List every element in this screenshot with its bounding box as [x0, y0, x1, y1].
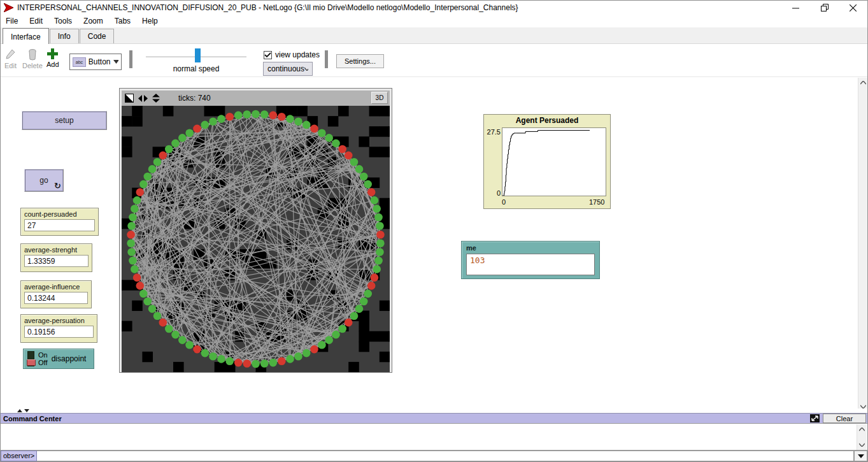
observer-prompt: observer>: [1, 451, 37, 461]
add-widget-button[interactable]: Add: [46, 48, 59, 68]
monitor-average-influence: average-influence 0.13244: [20, 280, 92, 308]
expand-command-center-icon[interactable]: [810, 414, 820, 422]
toolbar-separator: [325, 50, 328, 68]
view-updates-checkbox[interactable]: [264, 51, 272, 59]
chevron-down-icon: [304, 68, 308, 71]
world-view-widget: ticks: 740 3D: [119, 88, 392, 373]
switch-knob[interactable]: [27, 359, 36, 366]
vertical-arrows-icon[interactable]: [152, 94, 160, 103]
trash-icon: [28, 49, 37, 61]
menu-tools[interactable]: Tools: [54, 17, 72, 25]
monitor-value: 0.13244: [24, 292, 88, 304]
interface-vertical-scrollbar[interactable]: [858, 78, 868, 412]
go-label: go: [39, 176, 48, 185]
title-bar: INTERPERSONAL_CHANNELS_INNOVATION_DIFFUS…: [1, 1, 867, 15]
view-header: ticks: 740 3D: [122, 90, 390, 106]
settings-label: Settings...: [345, 57, 376, 65]
edit-widget-button[interactable]: Edit: [4, 49, 17, 69]
switch-on-label: On: [38, 351, 48, 359]
command-center-output[interactable]: [1, 423, 867, 451]
menu-tabs[interactable]: Tabs: [115, 17, 131, 25]
view-updates-label: view updates: [275, 50, 320, 59]
switch-off-label: Off: [38, 359, 48, 366]
setup-label: setup: [55, 116, 73, 125]
go-button[interactable]: go ↻: [24, 169, 64, 192]
update-mode-value: continuous: [267, 64, 304, 73]
command-center-title: Command Center: [3, 415, 62, 422]
menu-bar: File Edit Tools Zoom Tabs Help: [1, 15, 867, 27]
plus-icon: [47, 48, 58, 59]
edit-label: Edit: [4, 62, 17, 69]
forever-icon: ↻: [54, 181, 61, 191]
command-center-splitter[interactable]: [1, 408, 867, 413]
tab-interface[interactable]: Interface: [3, 28, 49, 44]
horizontal-arrows-icon[interactable]: [138, 95, 148, 102]
switch-toggle[interactable]: [27, 351, 34, 366]
command-history-dropdown[interactable]: [854, 451, 867, 461]
button-widget-icon: abc: [73, 57, 86, 67]
monitor-name: average-persuation: [24, 317, 94, 324]
scroll-down-icon[interactable]: [857, 440, 867, 450]
clear-button[interactable]: Clear: [823, 414, 866, 423]
chooser-value: Button: [89, 57, 111, 66]
plot-area: [502, 127, 606, 196]
netlogo-logo-icon: [4, 3, 14, 12]
view-3d-button[interactable]: 3D: [371, 92, 388, 104]
output-scrollbar[interactable]: [857, 424, 867, 450]
y-axis-max-label: 27.5: [484, 128, 501, 136]
interface-toolbar: Edit Delete Add abc Button normal speed …: [1, 44, 867, 77]
menu-file[interactable]: File: [6, 17, 18, 25]
add-label: Add: [46, 61, 59, 68]
world-view: [122, 106, 390, 372]
update-mode-dropdown[interactable]: continuous: [263, 62, 313, 76]
toolbar-separator: [129, 50, 132, 68]
scroll-up-icon[interactable]: [858, 78, 868, 88]
resize-view-icon[interactable]: [125, 94, 134, 103]
restore-button[interactable]: [810, 1, 839, 15]
tab-code[interactable]: Code: [80, 29, 115, 43]
splitter-handle-icon[interactable]: [17, 409, 29, 412]
monitor-value: 27: [24, 219, 95, 231]
speed-slider-thumb[interactable]: [195, 48, 201, 62]
disappoint-switch[interactable]: On Off disappoint: [23, 349, 94, 369]
y-axis-min-label: 0: [484, 189, 501, 197]
tab-info[interactable]: Info: [50, 29, 79, 43]
scroll-up-icon[interactable]: [857, 424, 867, 435]
chevron-down-icon: [858, 454, 864, 458]
netlogo-window: INTERPERSONAL_CHANNELS_INNOVATION_DIFFUS…: [0, 0, 868, 462]
close-icon[interactable]: [839, 1, 867, 15]
monitor-name: average-influence: [24, 283, 88, 291]
delete-widget-button[interactable]: Delete: [22, 49, 43, 69]
delete-label: Delete: [22, 62, 43, 69]
ticks-counter: ticks: 740: [178, 94, 211, 103]
me-input-field[interactable]: 103: [466, 254, 595, 275]
menu-zoom[interactable]: Zoom: [83, 17, 103, 25]
monitor-name: count-persuaded: [24, 210, 95, 218]
command-input-row: observer>: [1, 451, 867, 461]
plot-line: [502, 128, 606, 196]
settings-button[interactable]: Settings...: [336, 54, 384, 68]
widget-type-chooser[interactable]: abc Button: [69, 54, 122, 70]
command-center-header: Command Center Clear: [1, 413, 867, 423]
me-input-widget: me 103: [461, 241, 600, 279]
menu-help[interactable]: Help: [142, 17, 158, 25]
pencil-icon: [5, 49, 15, 61]
monitor-name: average-strenght: [24, 246, 89, 254]
chevron-down-icon: [113, 60, 118, 64]
check-icon: [264, 52, 271, 58]
view-updates-row: view updates: [264, 50, 320, 59]
minimize-button[interactable]: [781, 1, 810, 15]
monitor-average-persuation: average-persuation 0.19156: [20, 314, 97, 343]
setup-button[interactable]: setup: [22, 111, 107, 130]
x-axis-min-label: 0: [502, 198, 506, 206]
command-input[interactable]: [37, 451, 854, 461]
x-axis-max-label: 1750: [589, 198, 604, 206]
monitor-value: 0.19156: [24, 326, 94, 338]
plot-title: Agent Persuaded: [484, 115, 610, 125]
monitor-average-strenght: average-strenght 1.33359: [20, 243, 92, 272]
speed-slider-label: normal speed: [146, 64, 246, 73]
monitor-value: 1.33359: [24, 255, 89, 267]
tab-bar: Interface Info Code: [1, 27, 867, 44]
menu-edit[interactable]: Edit: [29, 17, 43, 25]
window-title: INTERPERSONAL_CHANNELS_INNOVATION_DIFFUS…: [17, 3, 518, 12]
